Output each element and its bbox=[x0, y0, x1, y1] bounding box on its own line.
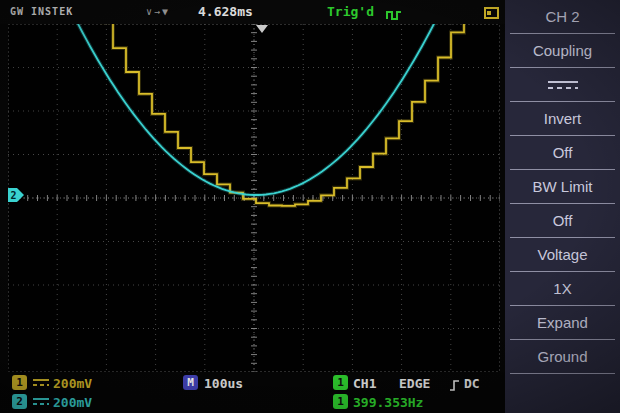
trigger-delay-value: 4.628ms bbox=[198, 4, 253, 19]
ch1-badge: 1 bbox=[12, 375, 27, 390]
timebase-value: 100us bbox=[204, 376, 243, 391]
trigger-source: CH1 bbox=[353, 376, 376, 391]
frequency-readout: 399.353Hz bbox=[353, 395, 423, 410]
bottom-status-bar: 1 200mV M 100us 1 CH1 EDGE DC 2 200mV 1 … bbox=[0, 372, 505, 413]
trigger-status: Trig'd bbox=[327, 4, 374, 19]
menu-value-bw-limit[interactable]: Off bbox=[510, 204, 615, 238]
ch2-badge: 2 bbox=[12, 394, 27, 409]
menu-item-invert[interactable]: Invert bbox=[510, 102, 615, 136]
menu-item-bw-limit[interactable]: BW Limit bbox=[510, 170, 615, 204]
menu-value-coupling[interactable] bbox=[510, 68, 615, 102]
trigger-coupling: DC bbox=[464, 376, 480, 391]
trigger-position-marker bbox=[256, 25, 268, 33]
menu-value-voltage[interactable]: 1X bbox=[510, 272, 615, 306]
menu-value-expand[interactable]: Ground bbox=[510, 340, 615, 374]
ch2-scale: 200mV bbox=[53, 395, 92, 410]
status-row-1: 1 200mV M 100us 1 CH1 EDGE DC bbox=[0, 375, 505, 393]
scope-graticule: 2 bbox=[8, 24, 500, 372]
ch2-coupling-icon bbox=[33, 398, 49, 405]
waveform-display: 2 bbox=[8, 24, 500, 372]
menu-item-coupling[interactable]: Coupling bbox=[510, 34, 615, 68]
softkey-menu: CH 2 Coupling Invert Off BW Limit Off Vo… bbox=[505, 0, 620, 413]
frequency-source-badge: 1 bbox=[333, 394, 348, 409]
trigger-delay-icons: ∨→▼ bbox=[146, 6, 170, 17]
trigger-source-badge: 1 bbox=[333, 375, 348, 390]
brand-logo: GW INSTEK bbox=[10, 6, 73, 17]
ch1-scale: 200mV bbox=[53, 376, 92, 391]
trigger-mode: EDGE bbox=[399, 376, 430, 391]
menu-item-expand[interactable]: Expand bbox=[510, 306, 615, 340]
menu-title: CH 2 bbox=[510, 0, 615, 34]
menu-item-voltage[interactable]: Voltage bbox=[510, 238, 615, 272]
menu-value-invert[interactable]: Off bbox=[510, 136, 615, 170]
dc-coupling-icon bbox=[548, 81, 578, 89]
svg-text:2: 2 bbox=[11, 190, 17, 201]
ch1-trace-glow bbox=[100, 24, 464, 206]
oscilloscope-screen: GW INSTEK ∨→▼ 4.628ms Trig'd 2 CH 2 Coup… bbox=[0, 0, 620, 413]
top-right-indicator-icon bbox=[484, 7, 499, 19]
status-row-2: 2 200mV 1 399.353Hz bbox=[0, 394, 505, 412]
trigger-signal-icon bbox=[386, 6, 402, 25]
ch1-coupling-icon bbox=[33, 379, 49, 386]
timebase-badge: M bbox=[183, 375, 198, 390]
top-status-bar: GW INSTEK ∨→▼ 4.628ms Trig'd bbox=[0, 0, 505, 24]
ch2-trace-glow bbox=[74, 24, 458, 195]
